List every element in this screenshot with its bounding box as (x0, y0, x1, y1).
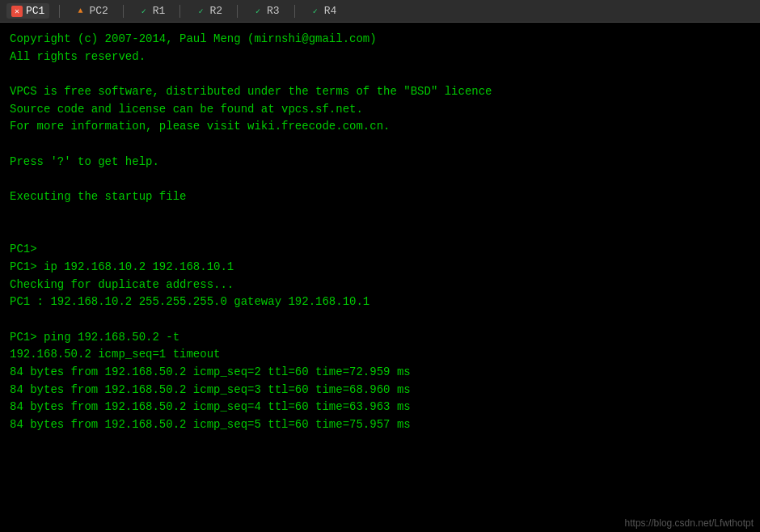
tab-divider (237, 5, 238, 18)
tab-r3[interactable]: ✓R3 (247, 3, 285, 19)
tab-icon-pc2: ▲ (74, 6, 86, 17)
tab-pc1[interactable]: ✕PC1 (6, 3, 49, 19)
tab-r4[interactable]: ✓R4 (305, 3, 342, 19)
terminal-output: Copyright (c) 2007-2014, Paul Meng (mirn… (10, 31, 750, 434)
toolbar: ✕PC1▲PC2✓R1✓R2✓R3✓R4 (0, 0, 760, 23)
tab-icon-pc1: ✕ (11, 6, 23, 17)
tab-label-pc2: PC2 (89, 5, 108, 17)
tab-divider (179, 5, 180, 18)
tab-r2[interactable]: ✓R2 (190, 3, 227, 19)
tab-pc2[interactable]: ▲PC2 (70, 3, 112, 19)
tab-icon-r1: ✓ (138, 6, 150, 17)
tab-label-r4: R4 (324, 5, 337, 17)
tab-r1[interactable]: ✓R1 (133, 3, 171, 19)
watermark: https://blog.csdn.net/Lfwthotpt (625, 517, 754, 529)
tab-label-r3: R3 (267, 5, 280, 17)
tab-divider (59, 5, 60, 18)
tab-icon-r3: ✓ (252, 6, 264, 17)
tab-divider (123, 5, 124, 18)
tab-icon-r2: ✓ (195, 6, 206, 17)
tab-label-r1: R1 (153, 5, 166, 17)
tab-divider (294, 5, 295, 18)
terminal-window[interactable]: Copyright (c) 2007-2014, Paul Meng (mirn… (0, 23, 760, 532)
tab-label-r2: R2 (209, 5, 222, 17)
tab-icon-r4: ✓ (310, 6, 321, 17)
tab-label-pc1: PC1 (26, 5, 44, 17)
